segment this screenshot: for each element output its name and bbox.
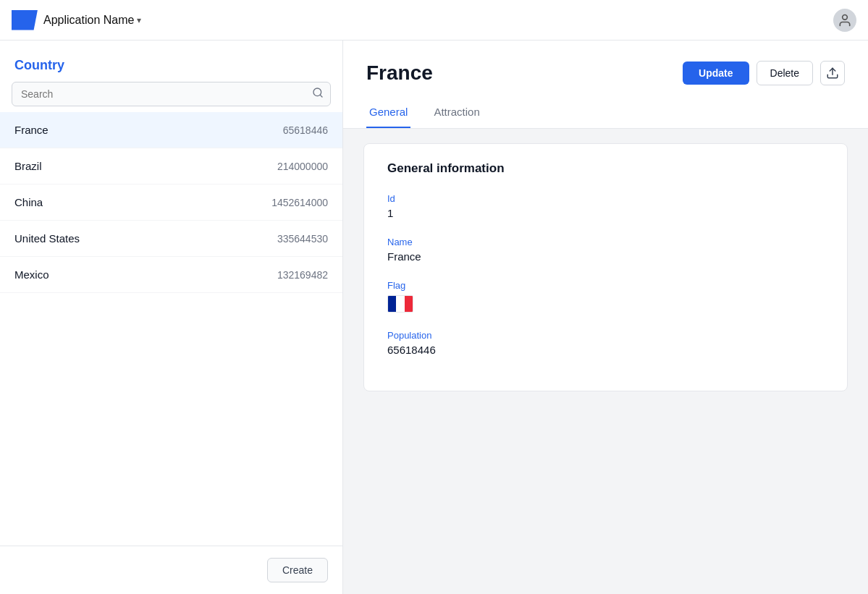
app-name-text: Application Name xyxy=(43,14,134,27)
country-pop-brazil: 214000000 xyxy=(277,161,328,172)
flag-red-stripe xyxy=(405,296,413,312)
country-item-france[interactable]: France 65618446 xyxy=(0,112,342,148)
topnav: Application Name ▾ xyxy=(0,0,868,41)
country-name-china: China xyxy=(14,196,43,208)
app-name-label[interactable]: Application Name ▾ xyxy=(43,14,141,27)
population-value: 65618446 xyxy=(387,344,824,356)
search-box xyxy=(12,82,331,106)
flag-white-stripe xyxy=(396,296,404,312)
svg-line-2 xyxy=(320,95,322,97)
country-name-us: United States xyxy=(14,232,80,245)
app-name-chevron: ▾ xyxy=(137,15,141,25)
tab-attraction[interactable]: Attraction xyxy=(431,97,482,128)
update-button[interactable]: Update xyxy=(683,61,749,85)
country-item-brazil[interactable]: Brazil 214000000 xyxy=(0,148,342,184)
france-flag xyxy=(387,295,413,313)
flag-label: Flag xyxy=(387,280,824,291)
layout: Country France 65618446 Brazil 214000000… xyxy=(0,0,868,594)
user-avatar[interactable] xyxy=(833,9,856,32)
main-header: France Update Delete xyxy=(343,41,868,97)
search-icon-button[interactable] xyxy=(312,87,324,101)
flag-blue-stripe xyxy=(388,296,396,312)
card-title: General information xyxy=(387,161,824,176)
id-label: Id xyxy=(387,193,824,204)
country-pop-china: 1452614000 xyxy=(271,197,328,208)
country-list: France 65618446 Brazil 214000000 China 1… xyxy=(0,112,342,546)
export-button[interactable] xyxy=(820,61,845,85)
field-id: Id 1 xyxy=(387,193,824,219)
main-content: France Update Delete General Attractio xyxy=(343,41,868,594)
name-value: France xyxy=(387,250,824,263)
country-item-united-states[interactable]: United States 335644530 xyxy=(0,221,342,257)
country-pop-mexico: 132169482 xyxy=(277,269,328,281)
page-title: France xyxy=(366,61,433,85)
topnav-left: Application Name ▾ xyxy=(12,10,141,30)
field-population: Population 65618446 xyxy=(387,330,824,356)
tabs-bar: General Attraction xyxy=(343,97,868,129)
general-info-card: General information Id 1 Name France Fla… xyxy=(363,143,848,391)
country-name-france: France xyxy=(14,124,49,136)
search-input[interactable] xyxy=(12,82,331,106)
country-pop-us: 335644530 xyxy=(277,233,328,245)
id-value: 1 xyxy=(387,207,824,219)
country-name-mexico: Mexico xyxy=(14,268,49,281)
sidebar: Country France 65618446 Brazil 214000000… xyxy=(0,41,343,594)
app-logo xyxy=(12,10,38,30)
country-name-brazil: Brazil xyxy=(14,160,42,172)
country-pop-france: 65618446 xyxy=(283,124,328,136)
sidebar-section-label: Country xyxy=(0,41,342,82)
country-item-mexico[interactable]: Mexico 132169482 xyxy=(0,257,342,293)
population-label: Population xyxy=(387,330,824,341)
country-item-china[interactable]: China 1452614000 xyxy=(0,184,342,221)
field-flag: Flag xyxy=(387,280,824,313)
svg-point-0 xyxy=(843,14,848,20)
field-name: Name France xyxy=(387,237,824,263)
sidebar-footer: Create xyxy=(0,546,342,594)
create-button[interactable]: Create xyxy=(267,558,328,582)
header-actions: Update Delete xyxy=(683,61,845,85)
name-label: Name xyxy=(387,237,824,247)
delete-button[interactable]: Delete xyxy=(757,61,813,85)
tab-general[interactable]: General xyxy=(366,97,410,128)
